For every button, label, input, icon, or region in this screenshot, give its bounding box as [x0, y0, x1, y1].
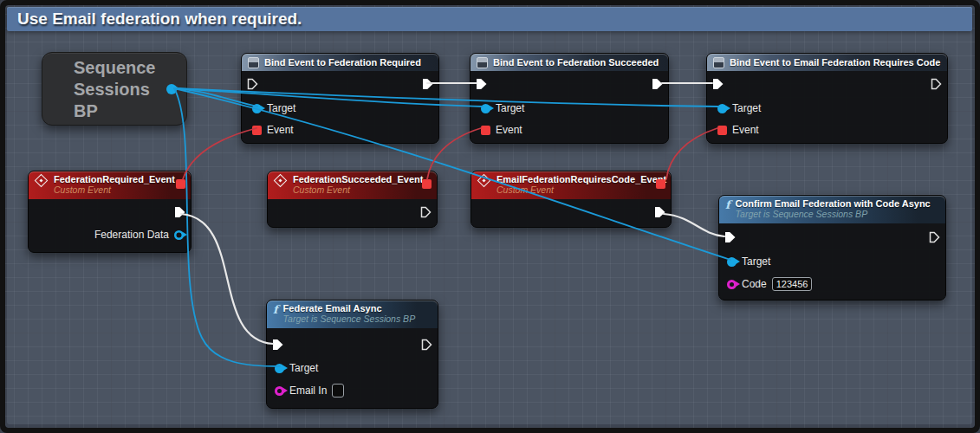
bind-event-icon: [477, 57, 488, 68]
node-federate-email-async[interactable]: f Federate Email Async Target is Sequenc…: [266, 300, 438, 409]
node-title: FederationRequired_Event: [54, 174, 175, 184]
node-federation-succeeded-event[interactable]: FederationSucceeded_Event Custom Event: [267, 171, 438, 228]
event-delegate-input-pin[interactable]: [717, 126, 727, 135]
blueprint-graph-canvas[interactable]: Use Email federation when required. Sequ…: [0, 0, 980, 433]
node-title: Bind Event to Federation Succeeded: [493, 57, 659, 68]
custom-event-icon: [477, 174, 491, 188]
node-title: Bind Event to Email Federation Requires …: [730, 57, 940, 68]
node-bind-event-to-email-federation-requires-code[interactable]: Bind Event to Email Federation Requires …: [706, 53, 948, 144]
node-header: FederationSucceeded_Event Custom Event: [268, 171, 437, 199]
node-header: f Federate Email Async Target is Sequenc…: [267, 301, 438, 328]
delegate-output-pin[interactable]: [656, 179, 665, 189]
exec-output-pin[interactable]: [421, 339, 432, 351]
exec-output-pin[interactable]: [174, 206, 185, 218]
delegate-output-pin[interactable]: [422, 179, 432, 189]
pin-label-target: Target: [742, 255, 770, 268]
bind-event-icon: [248, 57, 259, 68]
node-header: Bind Event to Federation Succeeded: [471, 54, 668, 71]
code-input-field[interactable]: 123456: [772, 277, 813, 291]
node-title: Confirm Email Federation with Code Async: [736, 198, 931, 209]
object-output-pin[interactable]: [166, 84, 177, 94]
node-bind-event-to-federation-required[interactable]: Bind Event to Federation Required Target…: [241, 53, 439, 144]
pin-label-target: Target: [289, 362, 318, 374]
target-input-pin[interactable]: [717, 104, 727, 113]
node-title: Bind Event to Federation Required: [264, 57, 421, 68]
event-delegate-input-pin[interactable]: [481, 126, 490, 135]
node-subtitle: Custom Event: [293, 184, 423, 195]
exec-input-pin[interactable]: [712, 78, 724, 90]
node-header: f Confirm Email Federation with Code Asy…: [719, 196, 945, 223]
comment-title: Use Email federation when required.: [7, 10, 302, 29]
node-title: Federate Email Async: [283, 303, 416, 313]
email-in-string-input-pin[interactable]: [275, 386, 284, 396]
pin-label-target: Target: [496, 102, 524, 114]
node-header: Bind Event to Federation Required: [242, 54, 438, 71]
node-title: FederationSucceeded_Event: [293, 174, 423, 184]
node-header: FederationRequired_Event Custom Event: [29, 171, 191, 199]
target-input-pin[interactable]: [252, 104, 262, 113]
pin-label-event: Event: [267, 124, 294, 136]
node-confirm-email-federation-with-code-async[interactable]: f Confirm Email Federation with Code Asy…: [718, 195, 946, 301]
node-header: EmailFederationRequiresCode_Event Custom…: [471, 171, 671, 199]
node-title: Sequence Sessions BP: [42, 53, 186, 122]
function-icon: f: [725, 199, 730, 210]
code-string-input-pin[interactable]: [727, 280, 737, 289]
node-header: Bind Event to Email Federation Requires …: [707, 54, 947, 71]
exec-output-pin[interactable]: [422, 78, 433, 90]
node-bind-event-to-federation-succeeded[interactable]: Bind Event to Federation Succeeded Targe…: [470, 53, 669, 144]
exec-input-pin[interactable]: [724, 231, 736, 243]
comment-box-titlebar[interactable]: Use Email federation when required.: [7, 7, 972, 31]
target-input-pin[interactable]: [481, 104, 490, 113]
exec-input-pin[interactable]: [247, 78, 258, 90]
exec-output-pin[interactable]: [654, 206, 665, 218]
exec-output-pin[interactable]: [931, 78, 942, 90]
custom-event-icon: [35, 174, 49, 188]
target-input-pin[interactable]: [275, 364, 284, 373]
exec-output-pin[interactable]: [652, 78, 663, 90]
email-input-field[interactable]: [332, 384, 344, 397]
exec-output-pin[interactable]: [420, 206, 432, 218]
function-icon: f: [273, 304, 278, 315]
pin-label-event: Event: [732, 124, 759, 136]
pin-label-code: Code: [742, 278, 767, 290]
node-sequence-sessions-bp[interactable]: Sequence Sessions BP: [42, 52, 187, 126]
node-subtitle: Custom Event: [496, 184, 666, 195]
federation-data-output-pin[interactable]: [174, 230, 184, 240]
pin-label-event: Event: [496, 124, 522, 136]
node-subtitle: Target is Sequence Sessions BP: [736, 209, 931, 219]
node-email-federation-requires-code-event[interactable]: EmailFederationRequiresCode_Event Custom…: [471, 171, 672, 228]
node-subtitle: Target is Sequence Sessions BP: [283, 313, 416, 324]
node-federation-required-event[interactable]: FederationRequired_Event Custom Event Fe…: [28, 171, 191, 253]
bind-event-icon: [713, 57, 724, 68]
exec-input-pin[interactable]: [476, 78, 487, 90]
pin-label-target: Target: [732, 102, 761, 114]
exec-output-pin[interactable]: [929, 231, 940, 243]
pin-label-federation-data: Federation Data: [94, 229, 169, 241]
node-title: EmailFederationRequiresCode_Event: [496, 174, 666, 184]
pin-label-email-in: Email In: [289, 385, 327, 397]
event-delegate-input-pin[interactable]: [252, 126, 262, 135]
target-input-pin[interactable]: [727, 257, 737, 267]
exec-input-pin[interactable]: [272, 339, 283, 351]
node-subtitle: Custom Event: [54, 184, 175, 195]
pin-label-target: Target: [267, 102, 295, 114]
custom-event-icon: [274, 174, 288, 188]
delegate-output-pin[interactable]: [176, 179, 185, 189]
